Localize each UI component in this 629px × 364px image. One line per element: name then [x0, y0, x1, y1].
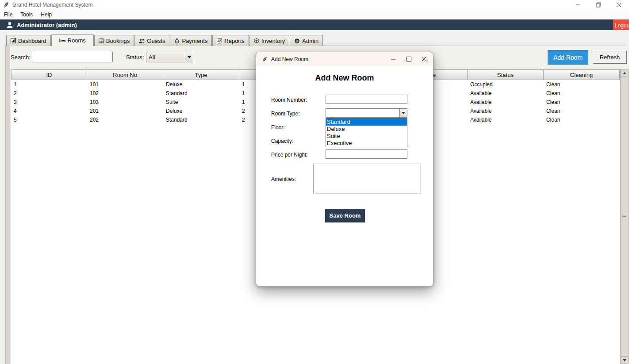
cell-status: Available [468, 107, 544, 115]
cell-id: 5 [11, 115, 87, 124]
cell-cleaning: Clean [544, 98, 620, 107]
money-bag-icon: $ [174, 38, 180, 43]
dialog-minimize-icon[interactable] [391, 55, 396, 63]
guests-icon [139, 38, 145, 43]
cell-status: Occupied [468, 80, 544, 89]
floor-label: Floor: [271, 124, 285, 130]
add-room-button[interactable]: Add Room [548, 50, 588, 65]
tab-label: Admin [302, 38, 318, 44]
svg-text:$: $ [176, 40, 178, 43]
cell-cleaning: Clean [544, 89, 620, 98]
tab-guests[interactable]: Guests [134, 35, 169, 46]
cell-type: Standard [163, 115, 239, 124]
tab-label: Rooms [68, 37, 86, 44]
tab-inventory[interactable]: Inventory [249, 35, 289, 46]
tab-bookings[interactable]: Bookings [94, 35, 134, 46]
menubar: File Tools Help [0, 10, 629, 19]
tab-admin[interactable]: Admin [290, 35, 323, 46]
room-type-options-list: Standard Deluxe Suite Executive [326, 118, 407, 147]
box-icon [254, 38, 259, 43]
room-number-label: Room Number: [271, 97, 307, 103]
column-header-type[interactable]: Type [163, 69, 239, 80]
cell-id: 2 [11, 89, 87, 98]
column-header-room-no[interactable]: Room No [87, 69, 163, 80]
cell-type: Suite [163, 98, 239, 107]
menu-file[interactable]: File [0, 10, 16, 19]
chevron-down-icon [185, 52, 193, 62]
status-label: Status: [126, 54, 144, 61]
logout-button[interactable]: Logout [613, 19, 629, 30]
cell-type: Deluxe [163, 107, 239, 115]
tab-payments[interactable]: $ Payments [170, 35, 212, 46]
status-filter-dropdown[interactable]: All [146, 52, 193, 62]
cell-type: Standard [163, 89, 239, 98]
cell-status: Available [468, 115, 544, 124]
minimize-icon[interactable] [568, 0, 588, 10]
option-suite[interactable]: Suite [326, 133, 407, 140]
dialog-title: Add New Room [271, 56, 308, 62]
price-input[interactable] [326, 149, 407, 159]
tab-label: Bookings [106, 38, 130, 44]
cell-cleaning: Clean [544, 80, 620, 89]
table-vertical-scrollbar[interactable] [620, 69, 629, 364]
close-icon[interactable] [609, 0, 629, 10]
save-room-button[interactable]: Save Room [325, 209, 365, 222]
window-title: Grand Hotel Management System [12, 2, 92, 8]
dialog-maximize-icon[interactable] [407, 55, 411, 63]
cell-status: Available [468, 98, 544, 107]
cell-room-no: 103 [87, 98, 163, 107]
scrollbar-thumb[interactable] [620, 77, 629, 356]
scroll-down-icon[interactable] [620, 356, 629, 364]
chart-icon [217, 38, 222, 43]
restore-icon[interactable] [588, 0, 609, 10]
menu-help[interactable]: Help [37, 10, 56, 19]
dialog-heading: Add New Room [256, 73, 433, 83]
add-room-dialog: Add New Room Add New Room Room Number: R… [256, 52, 433, 287]
dialog-close-icon[interactable] [422, 55, 427, 63]
column-header-cleaning[interactable]: Cleaning [544, 69, 620, 80]
cell-room-no: 102 [87, 89, 163, 98]
tab-rooms[interactable]: Rooms [51, 34, 94, 46]
amenities-label: Amenities: [271, 176, 296, 182]
option-executive[interactable]: Executive [326, 140, 407, 147]
dashboard-icon [11, 38, 16, 43]
scroll-up-icon[interactable] [620, 69, 629, 77]
titlebar: Grand Hotel Management System [0, 0, 629, 10]
tab-label: Payments [182, 38, 207, 44]
current-user-label: Administrator (admin) [17, 22, 77, 28]
cell-status: Available [468, 89, 544, 98]
cell-type: Deluxe [163, 80, 239, 89]
tab-dashboard[interactable]: Dashboard [6, 35, 51, 46]
app-window: Grand Hotel Management System File Tools… [0, 0, 629, 364]
amenities-textarea[interactable] [313, 164, 421, 194]
cell-room-no: 201 [87, 107, 163, 115]
cell-id: 4 [11, 107, 87, 115]
user-bar: Administrator (admin) Logout [0, 19, 629, 30]
column-header-status[interactable]: Status [468, 69, 544, 80]
price-label: Price per Night: [271, 152, 308, 158]
capacity-label: Capacity: [271, 138, 293, 144]
column-header-id[interactable]: ID [11, 69, 87, 80]
tab-strip: Dashboard Rooms Bookings Guests $ Paymen… [6, 34, 323, 46]
bed-icon [59, 38, 65, 43]
cell-room-no: 202 [87, 115, 163, 124]
tab-label: Reports [224, 38, 245, 44]
room-number-input[interactable] [326, 95, 407, 104]
cell-id: 3 [11, 98, 87, 107]
calendar-icon [99, 38, 104, 43]
search-label: Search: [11, 54, 31, 61]
tab-reports[interactable]: Reports [212, 35, 249, 46]
room-type-value [326, 109, 399, 117]
room-type-dropdown[interactable] [326, 108, 407, 118]
refresh-button[interactable]: Refresh [593, 51, 627, 64]
cell-room-no: 101 [87, 80, 163, 89]
python-feather-icon [262, 57, 267, 62]
room-type-label: Room Type: [271, 111, 299, 117]
left-scrollbar[interactable] [5, 46, 10, 364]
option-deluxe[interactable]: Deluxe [326, 126, 407, 133]
menu-tools[interactable]: Tools [16, 10, 37, 19]
search-input[interactable] [33, 52, 113, 62]
option-standard[interactable]: Standard [326, 119, 407, 126]
cell-cleaning: Clean [544, 107, 620, 115]
user-icon [6, 22, 13, 28]
